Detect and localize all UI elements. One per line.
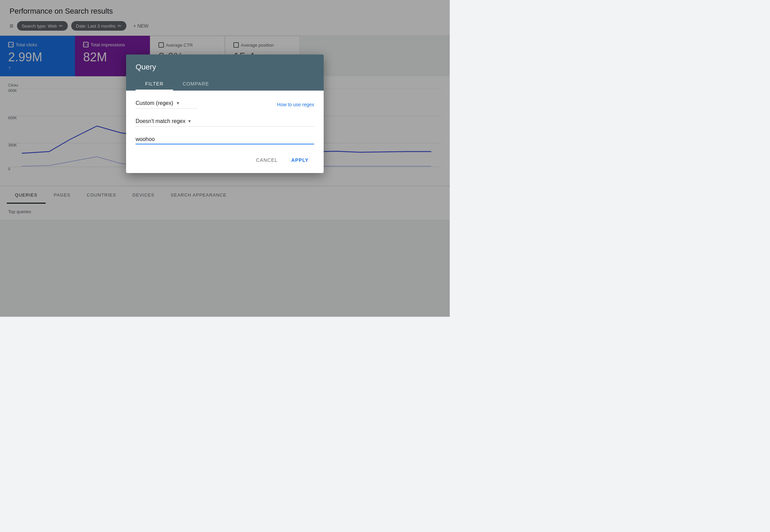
- modal-overlay[interactable]: Query FILTER COMPARE Custom (regex) ▼ Ho…: [0, 0, 450, 317]
- dialog-title: Query: [136, 63, 314, 72]
- filter-type-row: Custom (regex) ▼ How to use regex: [136, 100, 314, 109]
- how-to-use-regex-link[interactable]: How to use regex: [277, 102, 314, 107]
- filter-condition-select[interactable]: Doesn't match regex ▼: [136, 118, 314, 127]
- filter-type-chevron: ▼: [176, 101, 180, 106]
- dialog-tab-filter[interactable]: FILTER: [136, 77, 173, 91]
- dialog-actions: CANCEL APPLY: [136, 151, 314, 166]
- filter-type-select[interactable]: Custom (regex) ▼: [136, 100, 197, 109]
- filter-input-row: [136, 136, 314, 144]
- filter-condition-chevron: ▼: [187, 119, 191, 124]
- dialog-body: Custom (regex) ▼ How to use regex Doesn'…: [126, 91, 324, 173]
- query-dialog: Query FILTER COMPARE Custom (regex) ▼ Ho…: [126, 54, 324, 173]
- cancel-button[interactable]: CANCEL: [250, 154, 283, 166]
- dialog-tab-compare[interactable]: COMPARE: [173, 77, 219, 91]
- filter-value-input[interactable]: [136, 136, 314, 142]
- apply-button[interactable]: APPLY: [286, 154, 314, 166]
- dialog-tabs: FILTER COMPARE: [136, 77, 314, 91]
- dialog-header: Query FILTER COMPARE: [126, 54, 324, 91]
